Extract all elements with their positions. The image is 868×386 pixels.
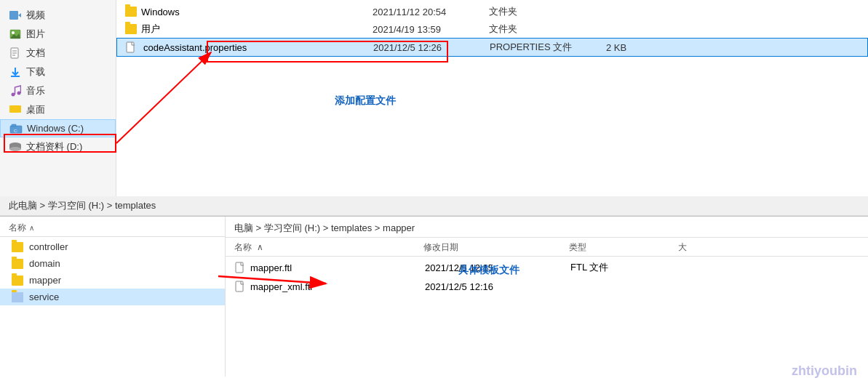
folder-row-service[interactable]: service — [0, 289, 225, 305]
document-icon — [9, 48, 22, 58]
sidebar-item-image[interactable]: 图片 — [0, 25, 116, 44]
folder-icon-mapper — [12, 276, 23, 286]
drive-c-icon: C: — [9, 124, 23, 134]
annotation-template-files: 具体模板文件 — [458, 264, 519, 277]
file-icon-mapper-ftl — [234, 261, 246, 274]
filename-mapper-xml-ftl: mapper_xml.ftl — [250, 281, 425, 292]
download-icon — [9, 67, 22, 77]
svg-marker-1 — [18, 13, 21, 17]
sort-arrow-icon: ∧ — [29, 224, 34, 232]
file-icon-properties — [126, 41, 136, 53]
music-icon — [9, 86, 22, 96]
sidebar-item-music[interactable]: 音乐 — [0, 81, 116, 100]
filename-windows: Windows — [141, 7, 180, 17]
bottom-right-breadcrumb-text: 电脑 > 学习空间 (H:) > templates > mapper — [234, 222, 415, 233]
desktop-icon — [9, 105, 22, 115]
file-row-properties[interactable]: codeAssistant.properties 2021/12/5 12:26… — [116, 38, 868, 57]
watermark: zhtiyoubin — [792, 363, 857, 379]
type-mapper-ftl: FTL 文件 — [570, 261, 680, 274]
file-row-windows[interactable]: Windows 2021/11/12 20:54 文件夹 — [116, 3, 868, 20]
sidebar-item-download[interactable]: 下载 — [0, 63, 116, 81]
bottom-explorer-section: 名称 ∧ controller domain mapper service 电脑… — [0, 217, 868, 377]
sort-arrow-name: ∧ — [257, 242, 263, 252]
folder-icon-windows — [125, 7, 137, 17]
sidebar-label-image: 图片 — [26, 28, 45, 41]
date-properties: 2021/12/5 12:26 — [373, 42, 490, 53]
bottom-left-header-text: 名称 — [9, 222, 26, 234]
drive-d-icon — [9, 142, 22, 152]
sidebar-label-drive-d: 文档资料 (D:) — [26, 140, 82, 153]
folder-icon-users — [125, 24, 137, 34]
bottom-left-header: 名称 ∧ — [0, 220, 225, 237]
file-row-mapper-xml-ftl[interactable]: mapper_xml.ftl 2021/12/5 12:16 — [226, 277, 868, 296]
folder-label-controller: controller — [29, 241, 68, 252]
type-windows: 文件夹 — [489, 5, 605, 18]
type-users: 文件夹 — [489, 23, 605, 36]
folder-row-controller[interactable]: controller — [0, 238, 225, 255]
header-size: 大 — [678, 241, 736, 254]
size-properties: 2 KB — [606, 42, 664, 53]
svg-rect-19 — [127, 42, 134, 52]
svg-rect-23 — [236, 281, 243, 291]
svg-rect-12 — [9, 105, 21, 113]
top-explorer-section: 视频 图片 文档 下载 音乐 — [0, 0, 868, 196]
sidebar-item-desktop[interactable]: 桌面 — [0, 100, 116, 119]
file-icon-mapper-xml-ftl — [234, 280, 246, 293]
breadcrumb-top: 此电脑 > 学习空间 (H:) > templates — [0, 196, 868, 216]
folder-icon-service — [12, 292, 23, 302]
breadcrumb-top-text: 此电脑 > 学习空间 (H:) > templates — [9, 200, 156, 211]
type-properties: PROPERTIES 文件 — [490, 41, 606, 54]
folder-icon-domain — [12, 259, 23, 269]
svg-rect-0 — [9, 11, 18, 20]
folder-row-mapper[interactable]: mapper — [0, 272, 225, 289]
file-row-users[interactable]: 用户 2021/4/19 13:59 文件夹 — [116, 20, 868, 38]
svg-point-3 — [12, 31, 15, 34]
bottom-right-header: 名称 ∧ 修改日期 类型 大 — [226, 239, 868, 257]
sidebar: 视频 图片 文档 下载 音乐 — [0, 0, 116, 196]
sidebar-label-download: 下载 — [26, 65, 45, 79]
folder-label-service: service — [29, 291, 59, 302]
sidebar-label-desktop: 桌面 — [26, 103, 45, 116]
file-row-mapper-ftl[interactable]: mapper.ftl 2021/12/5 12:15 FTL 文件 — [226, 258, 868, 277]
folder-label-domain: domain — [29, 258, 60, 269]
date-windows: 2021/11/12 20:54 — [373, 7, 489, 17]
bottom-left-pane: 名称 ∧ controller domain mapper service — [0, 217, 226, 377]
filename-users: 用户 — [141, 23, 160, 36]
sidebar-item-video[interactable]: 视频 — [0, 6, 116, 25]
sidebar-label-video: 视频 — [26, 9, 45, 22]
annotation-add-config: 添加配置文件 — [335, 95, 396, 108]
sidebar-item-document[interactable]: 文档 — [0, 44, 116, 63]
filename-mapper-ftl: mapper.ftl — [250, 262, 425, 273]
folder-row-domain[interactable]: domain — [0, 255, 225, 272]
top-file-list: Windows 2021/11/12 20:54 文件夹 用户 2021/4/1… — [116, 0, 868, 196]
header-name-text: 名称 — [234, 242, 252, 252]
sidebar-label-music: 音乐 — [26, 84, 45, 97]
sidebar-label-document: 文档 — [26, 47, 45, 60]
folder-label-mapper: mapper — [29, 275, 61, 286]
svg-rect-22 — [236, 262, 243, 273]
sidebar-item-drive-c[interactable]: C: Windows (C:) — [0, 119, 116, 137]
svg-point-18 — [9, 147, 21, 151]
header-name: 名称 ∧ — [234, 241, 423, 254]
header-date: 修改日期 — [423, 241, 569, 254]
sidebar-label-drive-c: Windows (C:) — [27, 123, 84, 134]
image-icon — [9, 29, 22, 39]
filename-properties: codeAssistant.properties — [143, 42, 247, 53]
svg-rect-14 — [12, 124, 16, 126]
header-type: 类型 — [569, 241, 678, 254]
folder-icon-controller — [12, 242, 23, 252]
video-icon — [9, 10, 22, 20]
sidebar-item-drive-d[interactable]: 文档资料 (D:) — [0, 137, 116, 156]
bottom-right-pane: 电脑 > 学习空间 (H:) > templates > mapper 名称 ∧… — [226, 217, 868, 377]
date-users: 2021/4/19 13:59 — [373, 24, 489, 35]
bottom-right-breadcrumb: 电脑 > 学习空间 (H:) > templates > mapper — [226, 220, 868, 238]
svg-text:C:: C: — [14, 129, 18, 133]
date-mapper-xml-ftl: 2021/12/5 12:16 — [425, 281, 570, 292]
